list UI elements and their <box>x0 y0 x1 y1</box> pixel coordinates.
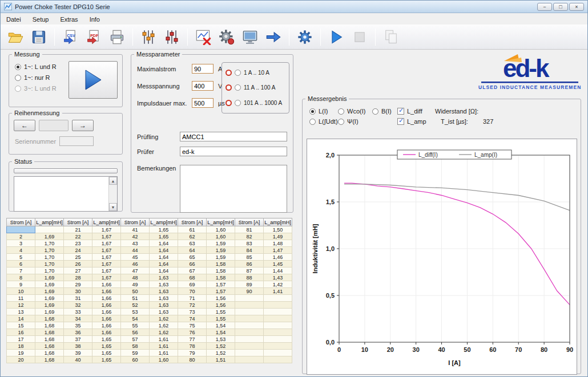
table-cell[interactable]: 29 <box>64 281 92 288</box>
table-cell[interactable] <box>235 343 264 350</box>
table-cell[interactable]: 63 <box>178 240 207 247</box>
table-cell[interactable]: 1,69 <box>35 288 64 295</box>
table-cell[interactable]: 1,69 <box>35 295 64 302</box>
table-cell[interactable] <box>264 322 292 329</box>
table-cell[interactable]: 1,42 <box>264 281 292 288</box>
table-cell[interactable]: 56 <box>121 329 150 336</box>
table-cell[interactable]: 1,68 <box>35 336 64 343</box>
table-cell[interactable] <box>235 302 264 309</box>
table-cell[interactable] <box>264 356 292 363</box>
table-cell[interactable]: 52 <box>121 302 150 309</box>
settings-gear-icon[interactable] <box>218 28 236 46</box>
table-cell[interactable]: 31 <box>64 295 92 302</box>
table-cell[interactable]: 10 <box>7 288 35 295</box>
table-cell[interactable] <box>235 329 264 336</box>
table-cell[interactable]: 1,54 <box>207 322 235 329</box>
table-cell[interactable]: 89 <box>235 281 264 288</box>
table-cell[interactable]: 1,66 <box>92 281 121 288</box>
table-cell[interactable]: 73 <box>178 309 207 315</box>
table-cell[interactable]: 66 <box>178 261 207 267</box>
table-cell[interactable]: 83 <box>235 240 264 247</box>
table-cell[interactable]: 1,66 <box>92 288 121 295</box>
table-cell[interactable]: 1,52 <box>207 343 235 350</box>
table-cell[interactable] <box>235 356 264 363</box>
export-pdf-icon[interactable]: PDF <box>84 28 103 46</box>
table-cell[interactable]: 64 <box>178 247 207 254</box>
table-cell[interactable]: 39 <box>64 350 92 356</box>
table-cell[interactable]: 79 <box>178 350 207 356</box>
table-cell[interactable]: 1,53 <box>207 336 235 343</box>
status-textarea[interactable]: ▲ ▼ <box>14 176 118 212</box>
table-cell[interactable]: 1,57 <box>207 281 235 288</box>
table-cell[interactable]: 38 <box>64 343 92 350</box>
table-cell[interactable]: 14 <box>7 315 35 322</box>
menu-setup[interactable]: Setup <box>27 15 55 24</box>
table-cell[interactable]: 1,47 <box>264 247 292 254</box>
bemerkungen-textarea[interactable] <box>180 165 287 213</box>
table-cell[interactable]: 1,59 <box>207 247 235 254</box>
table-cell[interactable]: 1,60 <box>207 226 235 233</box>
table-cell[interactable]: 1,67 <box>92 261 121 267</box>
process-settings-icon[interactable] <box>296 28 314 46</box>
table-cell[interactable]: 44 <box>121 247 150 254</box>
table-cell[interactable]: 12 <box>7 302 35 309</box>
table-cell[interactable]: 61 <box>178 226 207 233</box>
table-cell[interactable]: 1,59 <box>207 240 235 247</box>
maximalstrom-input[interactable] <box>192 64 214 74</box>
table-cell[interactable]: 74 <box>178 315 207 322</box>
table-cell[interactable]: 1,68 <box>35 322 64 329</box>
table-cell[interactable]: 78 <box>178 343 207 350</box>
table-cell[interactable]: 68 <box>178 274 207 281</box>
table-cell[interactable]: 80 <box>178 356 207 363</box>
table-cell[interactable]: 1,63 <box>150 295 178 302</box>
table-cell[interactable]: 36 <box>64 329 92 336</box>
table-cell[interactable]: 51 <box>121 295 150 302</box>
table-cell[interactable] <box>235 309 264 315</box>
table-cell[interactable]: 1,63 <box>150 309 178 315</box>
table-cell[interactable]: 90 <box>235 288 264 295</box>
table-cell[interactable]: 1,60 <box>207 233 235 240</box>
table-cell[interactable]: 72 <box>178 302 207 309</box>
table-cell[interactable]: 1,61 <box>150 350 178 356</box>
table-cell[interactable]: 70 <box>178 288 207 295</box>
table-cell[interactable]: 87 <box>235 267 264 274</box>
table-cell[interactable]: 37 <box>64 336 92 343</box>
start-measure-button[interactable] <box>69 61 118 99</box>
table-cell[interactable]: 1,50 <box>264 226 292 233</box>
table-cell[interactable]: 1,69 <box>35 233 64 240</box>
table-cell[interactable]: 1,58 <box>207 267 235 274</box>
table-cell[interactable]: 1,46 <box>264 254 292 261</box>
table-cell[interactable]: 1,69 <box>35 281 64 288</box>
table-cell[interactable] <box>264 350 292 356</box>
table-cell[interactable]: 32 <box>64 302 92 309</box>
table-cell[interactable]: 1,65 <box>92 336 121 343</box>
table-cell[interactable]: 42 <box>121 233 150 240</box>
prev-series-button[interactable]: ← <box>14 120 35 131</box>
table-cell[interactable]: 86 <box>235 261 264 267</box>
table-cell[interactable] <box>235 336 264 343</box>
print-icon[interactable] <box>108 28 126 46</box>
table-cell[interactable]: 1,65 <box>92 350 121 356</box>
table-cell[interactable]: 21 <box>64 226 92 233</box>
table-cell[interactable] <box>264 309 292 315</box>
radio-Wco-I[interactable]: Wco(I) <box>338 108 365 115</box>
table-cell[interactable]: 58 <box>121 343 150 350</box>
table-cell[interactable]: 1,68 <box>35 315 64 322</box>
table-cell[interactable]: 45 <box>121 254 150 261</box>
table-cell[interactable]: 9 <box>7 281 35 288</box>
table-cell[interactable]: 65 <box>178 254 207 261</box>
impulsdauer-input[interactable] <box>192 98 214 108</box>
table-cell[interactable]: 1,58 <box>207 274 235 281</box>
table-cell[interactable]: 1,66 <box>92 309 121 315</box>
table-cell[interactable]: 57 <box>121 336 150 343</box>
table-cell[interactable]: 1,62 <box>150 315 178 322</box>
save-icon[interactable] <box>30 28 48 46</box>
levels-adjust-icon[interactable] <box>139 28 158 46</box>
table-cell[interactable]: 1,69 <box>35 302 64 309</box>
table-cell[interactable]: 71 <box>178 295 207 302</box>
table-cell[interactable]: 1,66 <box>92 315 121 322</box>
table-cell[interactable]: 47 <box>121 267 150 274</box>
table-cell[interactable]: 69 <box>178 281 207 288</box>
pruefling-input[interactable] <box>180 132 287 141</box>
table-cell[interactable]: 7 <box>7 267 35 274</box>
